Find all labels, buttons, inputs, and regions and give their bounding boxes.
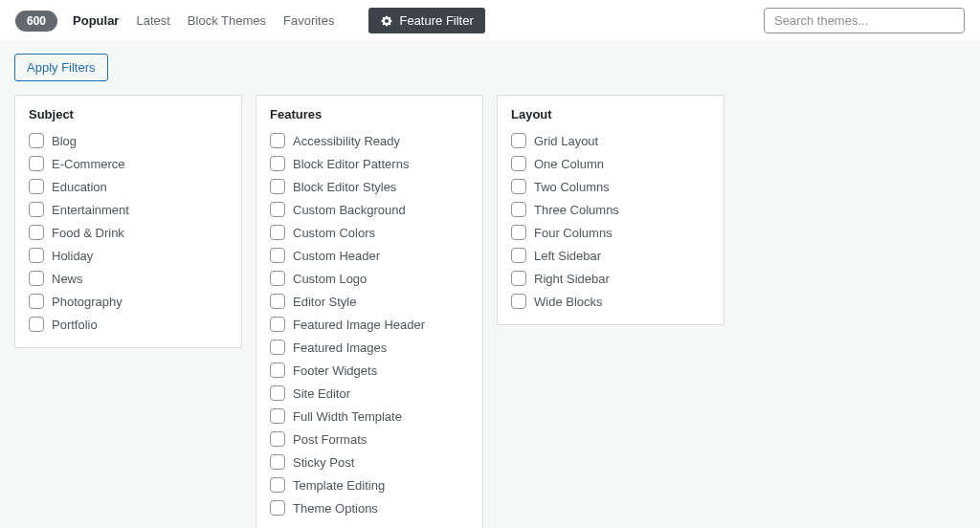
subject-checkbox[interactable]: Photography [29,294,228,309]
tab-favorites[interactable]: Favorites [283,13,334,28]
layout-checkbox[interactable]: Right Sidebar [511,271,710,286]
apply-filters-button[interactable]: Apply Filters [14,54,108,81]
layout-checkbox[interactable]: Grid Layout [511,133,710,148]
layout-checkbox[interactable]: Four Columns [511,225,710,240]
subject-checkbox[interactable]: Education [29,179,228,194]
layout-title: Layout [511,107,710,121]
feature-checkbox[interactable]: Custom Logo [270,271,469,286]
feature-checkbox[interactable]: Template Editing [270,477,469,493]
checkbox-icon [270,294,285,309]
checkbox-icon [511,133,526,148]
feature-checkbox[interactable]: Block Editor Styles [270,179,469,194]
feature-label: Featured Images [293,341,387,355]
subject-list: BlogE-CommerceEducationEntertainmentFood… [29,133,228,332]
layout-list: Grid LayoutOne ColumnTwo ColumnsThree Co… [511,133,710,309]
layout-checkbox[interactable]: Wide Blocks [511,294,710,309]
layout-column: Layout Grid LayoutOne ColumnTwo ColumnsT… [497,95,724,325]
feature-checkbox[interactable]: Site Editor [270,385,469,401]
tab-latest[interactable]: Latest [136,13,169,28]
feature-checkbox[interactable]: Block Editor Patterns [270,156,469,171]
layout-label: Three Columns [534,203,619,217]
subject-checkbox[interactable]: Portfolio [29,317,228,332]
subject-checkbox[interactable]: Holiday [29,248,228,263]
feature-checkbox[interactable]: Accessibility Ready [270,133,469,148]
checkbox-icon [270,500,285,516]
feature-filter-button[interactable]: Feature Filter [368,8,484,33]
checkbox-icon [511,156,526,171]
tab-block-themes[interactable]: Block Themes [188,13,266,28]
checkbox-icon [511,271,526,286]
layout-checkbox[interactable]: One Column [511,156,710,171]
feature-checkbox[interactable]: Post Formats [270,431,469,447]
checkbox-icon [511,225,526,240]
feature-label: Site Editor [293,386,350,401]
layout-label: Grid Layout [534,134,598,148]
feature-checkbox[interactable]: Featured Images [270,340,469,355]
feature-label: Theme Options [293,501,378,516]
layout-checkbox[interactable]: Three Columns [511,202,710,217]
checkbox-icon [29,294,44,309]
subject-label: Blog [52,134,77,148]
topbar: 600 Popular Latest Block Themes Favorite… [0,0,980,42]
subject-label: Photography [52,295,122,309]
checkbox-icon [29,179,44,194]
feature-label: Sticky Post [293,455,354,470]
feature-label: Accessibility Ready [293,134,400,148]
layout-label: Wide Blocks [534,295,603,309]
features-list: Accessibility ReadyBlock Editor Patterns… [270,133,469,516]
subject-checkbox[interactable]: E-Commerce [29,156,228,171]
checkbox-icon [511,248,526,263]
checkbox-icon [511,294,526,309]
checkbox-icon [270,225,285,240]
feature-checkbox[interactable]: Sticky Post [270,454,469,470]
checkbox-icon [270,202,285,217]
feature-checkbox[interactable]: Custom Colors [270,225,469,240]
feature-label: Footer Widgets [293,363,377,378]
checkbox-icon [270,133,285,148]
feature-checkbox[interactable]: Theme Options [270,500,469,516]
feature-label: Custom Colors [293,226,375,240]
theme-count-badge: 600 [15,11,57,32]
checkbox-icon [29,133,44,148]
feature-checkbox[interactable]: Footer Widgets [270,363,469,378]
feature-label: Full Width Template [293,409,402,424]
feature-checkbox[interactable]: Featured Image Header [270,317,469,332]
subject-checkbox[interactable]: Entertainment [29,202,228,217]
tab-popular[interactable]: Popular [73,13,119,28]
feature-label: Post Formats [293,432,367,447]
feature-checkbox[interactable]: Editor Style [270,294,469,309]
subject-label: Holiday [52,249,93,263]
layout-checkbox[interactable]: Two Columns [511,179,710,194]
checkbox-icon [270,454,285,470]
filter-columns: Subject BlogE-CommerceEducationEntertain… [14,95,966,528]
feature-checkbox[interactable]: Custom Background [270,202,469,217]
layout-label: Four Columns [534,226,612,240]
subject-label: Entertainment [52,203,129,217]
subject-title: Subject [29,107,228,121]
subject-checkbox[interactable]: Blog [29,133,228,148]
checkbox-icon [270,248,285,263]
checkbox-icon [29,202,44,217]
subject-checkbox[interactable]: Food & Drink [29,225,228,240]
layout-label: Two Columns [534,180,610,194]
feature-checkbox[interactable]: Custom Header [270,248,469,263]
subject-checkbox[interactable]: News [29,271,228,286]
checkbox-icon [270,363,285,378]
checkbox-icon [270,385,285,401]
feature-checkbox[interactable]: Full Width Template [270,408,469,424]
checkbox-icon [29,271,44,286]
features-column: Features Accessibility ReadyBlock Editor… [256,95,483,528]
filter-tabs: Popular Latest Block Themes Favorites Fe… [73,8,485,33]
checkbox-icon [511,179,526,194]
checkbox-icon [29,225,44,240]
checkbox-icon [270,477,285,493]
layout-checkbox[interactable]: Left Sidebar [511,248,710,263]
feature-label: Custom Background [293,203,406,217]
subject-label: Education [52,180,107,194]
checkbox-icon [29,248,44,263]
layout-label: Left Sidebar [534,249,601,263]
search-input[interactable] [764,8,965,33]
checkbox-icon [270,340,285,355]
feature-label: Custom Header [293,249,380,263]
feature-filter-label: Feature Filter [399,13,473,28]
